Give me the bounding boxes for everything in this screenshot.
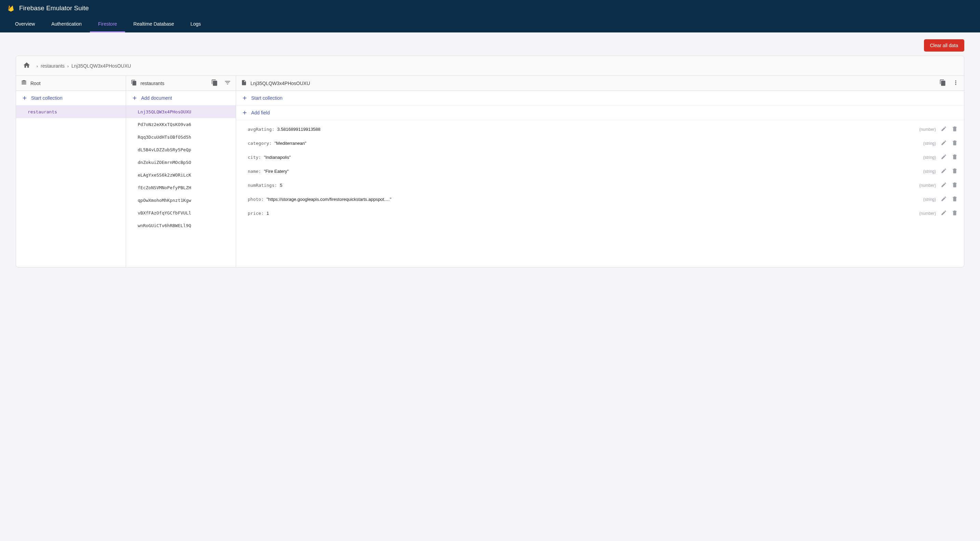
field-key: category: [248, 141, 272, 146]
breadcrumb-item[interactable]: Lnj35QLQW3x4PHosOUXU [72, 63, 131, 69]
field-type: (number) [919, 183, 936, 188]
collection-name-label: restaurants [140, 81, 208, 86]
document-detail-header: Lnj35QLQW3x4PHosOUXU [236, 76, 964, 91]
field-type: (string) [923, 141, 936, 146]
field-type: (string) [923, 197, 936, 202]
delete-icon[interactable] [951, 140, 958, 147]
field-key: avgRating: [248, 127, 274, 132]
document-detail-column: Lnj35QLQW3x4PHosOUXU Start collection Ad… [236, 76, 964, 267]
start-collection-button[interactable]: Start collection [16, 91, 126, 106]
field-value: 1 [267, 211, 269, 216]
field-value: 3.5816899119913588 [277, 127, 320, 132]
documents-column: restaurants Add document Lnj35QLQW3x4PHo… [126, 76, 236, 267]
delete-icon[interactable] [951, 154, 958, 161]
field-value: 5 [280, 183, 282, 188]
tab-authentication[interactable]: Authentication [43, 16, 90, 32]
field-row[interactable]: category:"Mediterranean"(string) [236, 136, 964, 150]
field-row[interactable]: price:1(number) [236, 206, 964, 220]
field-value: "Mediterranean" [274, 141, 306, 146]
field-type: (number) [919, 211, 936, 216]
root-column-header: Root [16, 76, 126, 91]
copy-icon[interactable] [211, 79, 218, 87]
edit-icon[interactable] [941, 168, 947, 175]
field-key: name: [248, 169, 261, 174]
document-item[interactable]: fEcZoNSVMNoPefyPBLZH [126, 181, 236, 194]
collections-list: restaurants [16, 106, 126, 267]
start-collection-label: Start collection [31, 95, 62, 101]
field-row[interactable]: avgRating:3.5816899119913588(number) [236, 122, 964, 136]
documents-list: Lnj35QLQW3x4PHosOUXUPd7oNz2eXKxTQsKO9va6… [126, 106, 236, 267]
toolbar: Clear all data [0, 32, 980, 56]
document-item[interactable]: Pd7oNz2eXKxTQsKO9va6 [126, 118, 236, 131]
edit-icon[interactable] [941, 154, 947, 161]
delete-icon[interactable] [951, 210, 958, 217]
firebase-logo-icon [7, 4, 15, 12]
root-label: Root [30, 81, 121, 86]
start-subcollection-label: Start collection [251, 95, 283, 101]
add-field-label: Add field [251, 110, 270, 116]
document-item[interactable]: wnRoGUiCTv6hRBWELl9Q [126, 219, 236, 232]
field-value: "Indianapolis" [264, 155, 291, 160]
add-document-label: Add document [141, 95, 172, 101]
field-key: numRatings: [248, 183, 277, 188]
edit-icon[interactable] [941, 196, 947, 203]
delete-icon[interactable] [951, 196, 958, 203]
collection-icon [131, 79, 137, 87]
document-item[interactable]: Lnj35QLQW3x4PHosOUXU [126, 106, 236, 118]
app-title: Firebase Emulator Suite [19, 5, 89, 12]
firestore-panel: ›restaurants›Lnj35QLQW3x4PHosOUXU Root S… [16, 56, 964, 267]
database-icon [21, 79, 27, 87]
field-type: (string) [923, 169, 936, 174]
delete-icon[interactable] [951, 126, 958, 133]
field-key: photo: [248, 197, 264, 202]
breadcrumb: ›restaurants›Lnj35QLQW3x4PHosOUXU [16, 56, 964, 76]
field-key: city: [248, 155, 261, 160]
nav-tabs: OverviewAuthenticationFirestoreRealtime … [0, 16, 980, 32]
document-id-label: Lnj35QLQW3x4PHosOUXU [250, 81, 936, 86]
tab-logs[interactable]: Logs [182, 16, 209, 32]
plus-icon [242, 109, 248, 116]
home-icon[interactable] [23, 62, 30, 70]
tab-overview[interactable]: Overview [7, 16, 43, 32]
add-document-button[interactable]: Add document [126, 91, 236, 106]
more-menu-icon[interactable] [952, 79, 959, 87]
document-item[interactable]: dL5B4vLDZZubSRy5PeQp [126, 143, 236, 156]
document-item[interactable]: eLAgYxeSS6k2zWORiLcK [126, 169, 236, 181]
chevron-right-icon: › [67, 64, 69, 69]
tab-firestore[interactable]: Firestore [90, 16, 125, 32]
document-item[interactable]: vBXfFAzOfqYGCfbFVULl [126, 207, 236, 219]
field-row[interactable]: city:"Indianapolis"(string) [236, 150, 964, 164]
delete-icon[interactable] [951, 168, 958, 175]
field-value: "https://storage.googleapis.com/firestor… [267, 197, 391, 202]
breadcrumb-item[interactable]: restaurants [41, 63, 65, 69]
plus-icon [242, 95, 248, 101]
field-row[interactable]: numRatings:5(number) [236, 178, 964, 192]
field-key: price: [248, 211, 264, 216]
app-header: Firebase Emulator Suite OverviewAuthenti… [0, 0, 980, 32]
chevron-right-icon: › [37, 64, 38, 69]
clear-all-data-button[interactable]: Clear all data [924, 39, 965, 52]
edit-icon[interactable] [941, 182, 947, 189]
fields-list: avgRating:3.5816899119913588(number)cate… [236, 120, 964, 267]
document-item[interactable]: dnZokuiZOEmrnMOcBpSO [126, 156, 236, 169]
start-subcollection-button[interactable]: Start collection [236, 91, 964, 106]
edit-icon[interactable] [941, 140, 947, 147]
field-type: (number) [919, 127, 936, 132]
field-row[interactable]: name:"Fire Eatery"(string) [236, 164, 964, 178]
copy-icon[interactable] [939, 79, 946, 87]
document-item[interactable]: Rqq3DcuUdHTsOBfOSd5h [126, 131, 236, 143]
collection-item[interactable]: restaurants [16, 106, 126, 118]
edit-icon[interactable] [941, 126, 947, 133]
add-field-button[interactable]: Add field [236, 106, 964, 120]
root-column: Root Start collection restaurants [16, 76, 126, 267]
delete-icon[interactable] [951, 182, 958, 189]
filter-icon[interactable] [224, 79, 231, 87]
document-item[interactable]: qpOwXmohoMhKpnzt1Kgw [126, 194, 236, 207]
plus-icon [132, 95, 138, 101]
tab-realtime-database[interactable]: Realtime Database [125, 16, 182, 32]
documents-column-header: restaurants [126, 76, 236, 91]
plus-icon [22, 95, 28, 101]
field-row[interactable]: photo:"https://storage.googleapis.com/fi… [236, 192, 964, 206]
edit-icon[interactable] [941, 210, 947, 217]
field-value: "Fire Eatery" [264, 169, 289, 174]
